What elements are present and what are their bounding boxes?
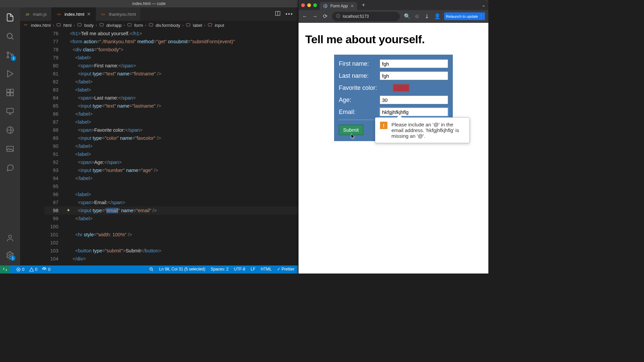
status-cursor[interactable]: Ln 98, Col 31 (5 selected) <box>159 267 205 273</box>
remote-explorer-icon[interactable] <box>5 107 15 116</box>
submit-button[interactable]: Submit <box>339 125 363 135</box>
symbol-icon <box>148 22 154 28</box>
gear-icon[interactable]: 1 <box>5 251 15 260</box>
svg-rect-4 <box>7 89 10 92</box>
relaunch-button[interactable]: Relaunch to update ⋮ <box>444 12 485 20</box>
url-bar[interactable]: ⓘ localhost:5173 <box>332 12 400 21</box>
browser-window: Form App ✕ + ⌄ ← → ⟳ ⓘ localhost:5173 🔍 … <box>299 0 488 274</box>
label-age: Age: <box>339 97 380 104</box>
svg-rect-20 <box>100 23 104 26</box>
svg-rect-23 <box>186 23 190 26</box>
svg-text:<>: <> <box>101 13 105 16</box>
svg-point-2 <box>7 56 9 58</box>
symbol-icon <box>185 22 191 28</box>
explorer-icon[interactable] <box>5 13 15 22</box>
more-actions-icon[interactable]: ••• <box>285 11 293 17</box>
code-editor[interactable]: 7677787980818283848586878889909192939495… <box>20 29 298 265</box>
browser-tab[interactable]: Form App ✕ <box>320 2 357 10</box>
zoom-icon[interactable]: 🔍 <box>404 13 410 19</box>
editor-tab[interactable]: <>thankyou.html <box>96 7 141 21</box>
status-spaces[interactable]: Spaces: 2 <box>211 267 228 273</box>
breadcrumb-item[interactable]: html <box>63 23 72 28</box>
split-editor-icon[interactable] <box>275 10 281 18</box>
chat-icon[interactable] <box>5 163 15 172</box>
svg-point-0 <box>7 33 12 38</box>
svg-rect-8 <box>7 108 13 113</box>
breadcrumb-item[interactable]: label <box>193 23 202 28</box>
svg-text:JS: JS <box>25 13 29 16</box>
favcolor-input[interactable] <box>392 83 410 92</box>
bookmark-icon[interactable]: ☆ <box>414 13 420 19</box>
scm-badge: 3 <box>11 56 16 61</box>
profile-icon[interactable]: 👤 <box>434 13 440 19</box>
status-ports[interactable]: 0 <box>42 267 50 272</box>
image-icon[interactable] <box>5 144 15 154</box>
status-eol[interactable]: LF <box>251 267 255 273</box>
symbol-icon <box>99 22 104 28</box>
globe-icon <box>323 4 328 8</box>
email-input[interactable] <box>380 108 448 116</box>
svg-text:<>: <> <box>57 13 61 16</box>
validation-tooltip: ! Please include an '@' in the email add… <box>375 117 470 143</box>
editor-tab[interactable]: <>index.html✕ <box>52 7 96 21</box>
breadcrumb-item[interactable]: form <box>134 23 143 28</box>
status-errors[interactable]: 0 <box>16 267 24 272</box>
editor-tab[interactable]: JSmain.js <box>20 7 52 21</box>
svg-rect-24 <box>208 23 212 26</box>
label-color: Favorite color: <box>339 84 392 92</box>
symbol-icon <box>207 22 213 28</box>
back-button[interactable]: ← <box>302 13 308 19</box>
chevron-down-icon[interactable]: ⌄ <box>482 2 486 8</box>
window-titlebar: index.html — code <box>0 0 298 7</box>
svg-rect-18 <box>57 23 61 26</box>
svg-rect-21 <box>128 23 131 26</box>
browser-tab-bar: Form App ✕ + ⌄ <box>299 0 488 10</box>
status-warnings[interactable]: 0 <box>29 267 38 272</box>
firstname-input[interactable] <box>380 59 448 68</box>
lastname-input[interactable] <box>380 71 448 80</box>
age-input[interactable] <box>380 96 448 104</box>
svg-point-11 <box>9 235 12 238</box>
editor-tabs: JSmain.js<>index.html✕<>thankyou.html ••… <box>20 7 298 21</box>
reload-button[interactable]: ⟳ <box>322 13 328 19</box>
traffic-lights[interactable] <box>301 3 317 7</box>
remote-indicator[interactable] <box>0 265 10 274</box>
browser-toolbar: ← → ⟳ ⓘ localhost:5173 🔍 ☆ ⤓ 👤 Relaunch … <box>299 10 488 23</box>
page-content: Tell me about yourself. First name: Last… <box>299 23 488 274</box>
symbol-icon <box>56 22 61 28</box>
settings-badge: 1 <box>10 255 15 261</box>
page-heading: Tell me about yourself. <box>305 33 482 46</box>
svg-rect-5 <box>10 89 13 92</box>
label-lastname: Last name: <box>339 72 380 79</box>
site-info-icon[interactable]: ⓘ <box>336 13 340 19</box>
svg-rect-19 <box>78 23 82 26</box>
run-debug-icon[interactable] <box>5 69 15 78</box>
status-language[interactable]: HTML <box>261 267 272 273</box>
close-icon[interactable]: ✕ <box>351 4 354 8</box>
breadcrumbs[interactable]: <>index.html›html›body›div#app›form›div.… <box>20 21 298 29</box>
breadcrumb-item[interactable]: index.html <box>31 23 51 28</box>
status-formatter[interactable]: ✓ Prettier <box>277 267 294 273</box>
breadcrumb-item[interactable]: input <box>215 23 224 28</box>
account-icon[interactable] <box>5 233 15 243</box>
breadcrumb-item[interactable]: div#app <box>106 23 122 28</box>
edge-icon[interactable] <box>5 125 15 135</box>
forward-button[interactable]: → <box>312 13 318 19</box>
extensions-icon[interactable] <box>5 88 15 97</box>
status-zoom[interactable] <box>149 267 154 273</box>
new-tab-button[interactable]: + <box>360 2 367 8</box>
file-icon: <> <box>23 22 29 28</box>
svg-rect-10 <box>7 146 13 151</box>
search-icon[interactable] <box>5 32 15 41</box>
svg-rect-7 <box>10 93 13 96</box>
svg-text:<>: <> <box>24 23 27 26</box>
svg-point-26 <box>44 269 45 270</box>
symbol-icon <box>127 22 132 28</box>
breadcrumb-item[interactable]: body <box>84 23 94 28</box>
activity-bar: 3 1 <box>0 7 20 265</box>
status-encoding[interactable]: UTF-8 <box>234 267 245 273</box>
source-control-icon[interactable]: 3 <box>5 50 15 60</box>
breadcrumb-item[interactable]: div.formbody <box>156 23 180 28</box>
install-icon[interactable]: ⤓ <box>424 13 430 19</box>
close-icon[interactable]: ✕ <box>87 11 91 17</box>
